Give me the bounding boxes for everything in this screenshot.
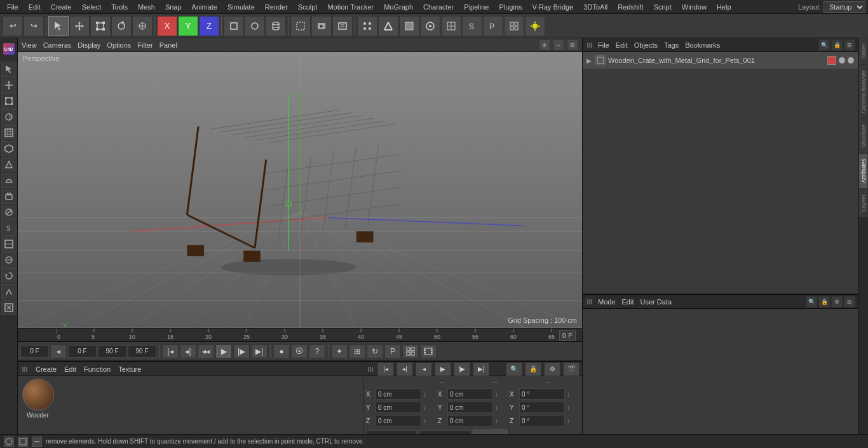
pb-param[interactable]: P <box>384 344 401 358</box>
current-frame-field[interactable] <box>68 345 97 358</box>
coord-y-scale[interactable] <box>519 402 565 413</box>
tab-layers[interactable]: Layers <box>858 189 868 217</box>
apply-button[interactable]: Apply <box>473 430 507 434</box>
vp-ctrl-3[interactable]: ⊞ <box>567 39 578 51</box>
left-tool-3[interactable] <box>1 93 17 109</box>
pb-auto-key[interactable]: ⦿ <box>291 344 308 358</box>
start-frame-field[interactable] <box>20 345 49 358</box>
status-icon-3[interactable] <box>32 437 42 447</box>
menu-sculpt[interactable]: Sculpt <box>294 2 322 12</box>
vp-menu-cameras[interactable]: Cameras <box>43 41 72 49</box>
model-mode[interactable] <box>420 16 440 36</box>
object-entry-row[interactable]: ▶ Wooden_Crate_with_Metal_Grid_for_Pets_… <box>583 52 858 69</box>
tab-attributes[interactable]: Attributes <box>858 153 868 189</box>
pb-help[interactable]: ? <box>309 344 325 358</box>
menu-character[interactable]: Character <box>419 2 458 12</box>
menu-help[interactable]: Help <box>712 2 736 12</box>
om-search-icon[interactable]: 🔍 <box>818 39 830 51</box>
object-visibility-dot[interactable] <box>839 57 845 64</box>
tab-structure[interactable]: Structure <box>858 119 868 154</box>
left-tool-6[interactable] <box>1 141 17 156</box>
pb-record[interactable]: ● <box>273 344 290 358</box>
vp-menu-filter[interactable]: Filter <box>137 41 153 49</box>
om-expand-icon[interactable]: ⊞ <box>844 39 855 51</box>
left-tool-5[interactable] <box>1 125 17 140</box>
grid-btn[interactable] <box>504 16 524 36</box>
polygon-mode[interactable] <box>399 16 419 36</box>
light-btn[interactable] <box>525 16 545 36</box>
coord-x-pos[interactable] <box>376 388 421 400</box>
menu-render[interactable]: Render <box>261 2 292 12</box>
end-frame-field2[interactable] <box>128 345 156 358</box>
cylinder-tool[interactable] <box>266 16 286 36</box>
attr-pb-1[interactable]: |◂ <box>377 362 394 376</box>
redo-button[interactable]: ↪ <box>24 16 44 36</box>
pb-move-key[interactable]: ✦ <box>331 344 348 358</box>
sphere-tool[interactable] <box>245 16 265 36</box>
attr-mgr-userdata[interactable]: User Data <box>638 297 675 307</box>
move-tool[interactable] <box>69 16 90 36</box>
vp-menu-options[interactable]: Options <box>107 41 131 49</box>
attr-mgr-expand-icon[interactable]: ⊞ <box>844 296 855 308</box>
tab-content-browser[interactable]: Content Browser <box>858 65 868 119</box>
end-frame-field[interactable] <box>98 345 126 358</box>
mat-menu-function[interactable]: Function <box>80 364 114 374</box>
coord-x-scale[interactable] <box>519 388 565 400</box>
menu-edit[interactable]: Edit <box>24 2 45 12</box>
coord-x-rot[interactable] <box>447 388 493 400</box>
left-tool-8[interactable] <box>1 173 17 188</box>
left-tool-14[interactable] <box>1 268 17 283</box>
pb-go-start[interactable]: |◂ <box>162 344 179 358</box>
axis-x-button[interactable]: X <box>157 16 177 36</box>
transform-tool[interactable] <box>132 16 153 36</box>
texture-mode[interactable] <box>441 16 461 36</box>
menu-pipeline[interactable]: Pipeline <box>459 2 493 12</box>
object-render-dot[interactable] <box>848 57 854 64</box>
object-expand-arrow[interactable]: ▶ <box>587 57 593 64</box>
om-menu-tags[interactable]: Tags <box>661 40 681 50</box>
cube-tool[interactable] <box>224 16 244 36</box>
vp-menu-view[interactable]: View <box>22 41 37 49</box>
menu-window[interactable]: Window <box>677 2 711 12</box>
attr-pb-6[interactable]: ▶| <box>473 362 489 376</box>
menu-plugins[interactable]: Plugins <box>494 2 526 12</box>
coord-y-rot[interactable] <box>447 402 493 413</box>
left-tool-9[interactable] <box>1 189 17 204</box>
menu-snap[interactable]: Snap <box>161 2 186 12</box>
render-settings-btn[interactable] <box>332 16 353 36</box>
vp-ctrl-1[interactable]: ⊕ <box>539 39 550 51</box>
attr-mgr-mode[interactable]: Mode <box>595 297 618 307</box>
menu-redshift[interactable]: Redshift <box>613 2 648 12</box>
om-menu-bookmarks[interactable]: Bookmarks <box>682 40 722 50</box>
attr-mgr-edit[interactable]: Edit <box>620 297 637 307</box>
coord-z-rot[interactable] <box>447 415 493 426</box>
material-item-wooder[interactable]: Wooder <box>20 379 55 423</box>
undo-button[interactable]: ↩ <box>3 16 23 36</box>
om-lock-icon[interactable]: 🔒 <box>831 39 843 51</box>
left-tool-16[interactable] <box>1 300 17 315</box>
attr-lock-icon[interactable]: 🔒 <box>525 362 541 376</box>
menu-tools[interactable]: Tools <box>107 2 132 12</box>
menu-motion-tracker[interactable]: Motion Tracker <box>323 2 378 12</box>
menu-mograph[interactable]: MoGraph <box>379 2 417 12</box>
left-tool-7[interactable] <box>1 157 17 172</box>
rotate-tool[interactable] <box>111 16 132 36</box>
attr-mgr-lock-icon[interactable]: 🔒 <box>818 296 830 308</box>
timeline-ruler[interactable]: 0 5 10 15 20 25 30 35 <box>18 328 582 342</box>
menu-script[interactable]: Script <box>649 2 676 12</box>
mat-menu-edit[interactable]: Edit <box>60 364 80 374</box>
attr-pb-5[interactable]: |▶ <box>454 362 470 376</box>
pb-go-end[interactable]: ▶| <box>251 344 268 358</box>
pb-prev-frame[interactable]: ◂| <box>180 344 196 358</box>
render-obj-btn[interactable]: P <box>483 16 503 36</box>
render-region-btn[interactable] <box>290 16 311 36</box>
attr-pb-3[interactable]: ◂ <box>416 362 432 376</box>
attr-film-icon[interactable]: 🎬 <box>563 362 580 376</box>
menu-vray[interactable]: V-Ray Bridge <box>528 2 578 12</box>
pb-film[interactable] <box>420 344 437 358</box>
attr-pb-2[interactable]: ◂| <box>397 362 413 376</box>
menu-3dtoall[interactable]: 3DToAll <box>579 2 612 12</box>
pb-grid[interactable] <box>402 344 419 358</box>
points-mode[interactable] <box>357 16 377 36</box>
coord-z-scale[interactable] <box>519 415 565 426</box>
